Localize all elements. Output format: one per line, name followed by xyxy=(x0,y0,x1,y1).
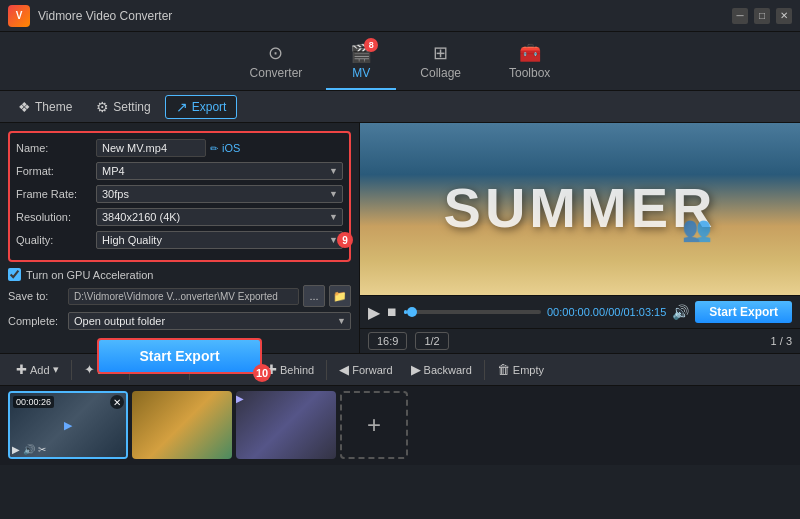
complete-select[interactable]: Open output folder Do nothing xyxy=(68,312,351,330)
format-select[interactable]: MP4 MOV AVI xyxy=(96,162,343,180)
export-icon: ↗ xyxy=(176,99,188,115)
name-label: Name: xyxy=(16,142,96,154)
controls-row2: 16:9 1/2 1 / 3 xyxy=(360,328,800,353)
clip-3-thumbnail: ▶ xyxy=(236,391,336,459)
saveto-more-button[interactable]: ... xyxy=(303,285,325,307)
progress-bar[interactable] xyxy=(404,310,541,314)
clip-1-controls: ▶ 🔊 ✂ xyxy=(12,444,46,455)
timeline-clip-1[interactable]: ▶ 00:00:26 ✕ ▶ 🔊 ✂ xyxy=(8,391,128,459)
play-button[interactable]: ▶ xyxy=(368,303,380,322)
zoom-button[interactable]: 1/2 xyxy=(415,332,448,350)
resolution-row: Resolution: 3840x2160 (4K) 1920x1080 (HD… xyxy=(16,208,343,226)
saveto-row: Save to: D:\Vidmore\Vidmore V...onverter… xyxy=(8,285,351,307)
ios-link[interactable]: iOS xyxy=(222,142,240,154)
resolution-label: Resolution: xyxy=(16,211,96,223)
nav-tabs: ⊙ Converter 8 🎬 MV ⊞ Collage 🧰 Toolbox xyxy=(0,32,800,91)
left-panel: Name: ✏ iOS Format: MP4 MOV AVI ▼ xyxy=(0,123,360,353)
forward-label: Forward xyxy=(352,364,392,376)
stop-button[interactable]: ⏹ xyxy=(386,305,398,319)
theme-button[interactable]: ❖ Theme xyxy=(8,96,82,118)
framerate-select-wrapper: 30fps 24fps 60fps ▼ xyxy=(96,185,343,203)
resolution-select-wrapper: 3840x2160 (4K) 1920x1080 (HD) ▼ xyxy=(96,208,343,226)
collage-icon: ⊞ xyxy=(433,42,448,64)
empty-button[interactable]: 🗑 Empty xyxy=(489,359,552,380)
complete-select-wrapper: Open output folder Do nothing ▼ xyxy=(68,312,351,330)
setting-label: Setting xyxy=(113,100,150,114)
start-export-area: Start Export 10 xyxy=(8,338,351,374)
app-title: Vidmore Video Converter xyxy=(38,9,732,23)
setting-button[interactable]: ⚙ Setting xyxy=(86,96,160,118)
clip-1-scissors-icon[interactable]: ✂ xyxy=(38,444,46,455)
complete-row: Complete: Open output folder Do nothing … xyxy=(8,312,351,330)
framerate-select[interactable]: 30fps 24fps 60fps xyxy=(96,185,343,203)
saveto-actions: ... 📁 xyxy=(303,285,351,307)
time-total: 00/01:03:15 xyxy=(608,306,666,318)
preview-silhouette: 👥 xyxy=(682,215,712,243)
minimize-button[interactable]: ─ xyxy=(732,8,748,24)
tab-converter-label: Converter xyxy=(250,66,303,80)
clip-3-label: ▶ xyxy=(236,393,244,404)
saveto-folder-button[interactable]: 📁 xyxy=(329,285,351,307)
page-number: 1 / 3 xyxy=(771,335,792,347)
quality-select[interactable]: High Quality Medium Quality Low Quality xyxy=(96,231,343,249)
gpu-checkbox[interactable] xyxy=(8,268,21,281)
theme-label: Theme xyxy=(35,100,72,114)
backward-button[interactable]: ▶ Backward xyxy=(403,359,480,380)
window-controls: ─ □ ✕ xyxy=(732,8,792,24)
clip-1-time: 00:00:26 xyxy=(13,396,54,408)
tab-mv[interactable]: 8 🎬 MV xyxy=(326,36,396,90)
playback-controls: ▶ ⏹ 00:00:00.00/00/01:03:15 🔊 Start Expo… xyxy=(360,295,800,328)
timeline: ▶ 00:00:26 ✕ ▶ 🔊 ✂ ▶ + xyxy=(0,385,800,465)
toolbar: ❖ Theme ⚙ Setting ↗ Export xyxy=(0,91,800,123)
tab-toolbox[interactable]: 🧰 Toolbox xyxy=(485,36,574,90)
timeline-clip-3[interactable]: ▶ xyxy=(236,391,336,459)
preview-text-summer: SUMMER xyxy=(444,175,717,240)
ratio-button[interactable]: 16:9 xyxy=(368,332,407,350)
backward-icon: ▶ xyxy=(411,362,421,377)
quality-label: Quality: xyxy=(16,234,96,246)
main-area: Name: ✏ iOS Format: MP4 MOV AVI ▼ xyxy=(0,123,800,353)
tab-collage[interactable]: ⊞ Collage xyxy=(396,36,485,90)
volume-icon[interactable]: 🔊 xyxy=(672,304,689,320)
close-button[interactable]: ✕ xyxy=(776,8,792,24)
tab-converter[interactable]: ⊙ Converter xyxy=(226,36,327,90)
start-export-button[interactable]: Start Export xyxy=(97,338,261,374)
resolution-select[interactable]: 3840x2160 (4K) 1920x1080 (HD) xyxy=(96,208,343,226)
right-panel: SUMMER 👥 ▶ ⏹ 00:00:00.00/00/01:03:15 🔊 S… xyxy=(360,123,800,353)
timeline-clip-2[interactable] xyxy=(132,391,232,459)
add-clip-button[interactable]: + xyxy=(340,391,408,459)
tab-mv-label: MV xyxy=(352,66,370,80)
toolbox-icon: 🧰 xyxy=(519,42,541,64)
converter-icon: ⊙ xyxy=(268,42,283,64)
step-10-badge: 10 xyxy=(253,364,271,382)
clip-1-close[interactable]: ✕ xyxy=(110,395,124,409)
saveto-path: D:\Vidmore\Vidmore V...onverter\MV Expor… xyxy=(68,288,299,305)
preview-area: SUMMER 👥 xyxy=(360,123,800,295)
quality-select-wrapper: High Quality Medium Quality Low Quality … xyxy=(96,231,343,249)
time-display: 00:00:00.00/00/01:03:15 xyxy=(547,306,666,318)
format-select-wrapper: MP4 MOV AVI ▼ xyxy=(96,162,343,180)
mv-badge: 8 xyxy=(364,38,378,52)
setting-icon: ⚙ xyxy=(96,99,109,115)
export-button[interactable]: ↗ Export xyxy=(165,95,238,119)
tab-toolbox-label: Toolbox xyxy=(509,66,550,80)
progress-dot xyxy=(407,307,417,317)
logo-text: V xyxy=(16,10,23,21)
export-label: Export xyxy=(192,100,227,114)
separator-5 xyxy=(484,360,485,380)
theme-icon: ❖ xyxy=(18,99,31,115)
export-settings-box: Name: ✏ iOS Format: MP4 MOV AVI ▼ xyxy=(8,131,351,262)
backward-label: Backward xyxy=(424,364,472,376)
name-row: Name: ✏ iOS xyxy=(16,139,343,157)
name-input[interactable] xyxy=(96,139,206,157)
clip-1-label: ▶ xyxy=(64,419,72,432)
right-start-export-button[interactable]: Start Export xyxy=(695,301,792,323)
empty-icon: 🗑 xyxy=(497,362,510,377)
clip-2-thumbnail xyxy=(132,391,232,459)
edit-icon[interactable]: ✏ xyxy=(210,143,218,154)
quality-row: Quality: High Quality Medium Quality Low… xyxy=(16,231,343,249)
maximize-button[interactable]: □ xyxy=(754,8,770,24)
clip-1-play-icon[interactable]: ▶ xyxy=(12,444,20,455)
saveto-label: Save to: xyxy=(8,290,68,302)
clip-1-sound-icon[interactable]: 🔊 xyxy=(23,444,35,455)
